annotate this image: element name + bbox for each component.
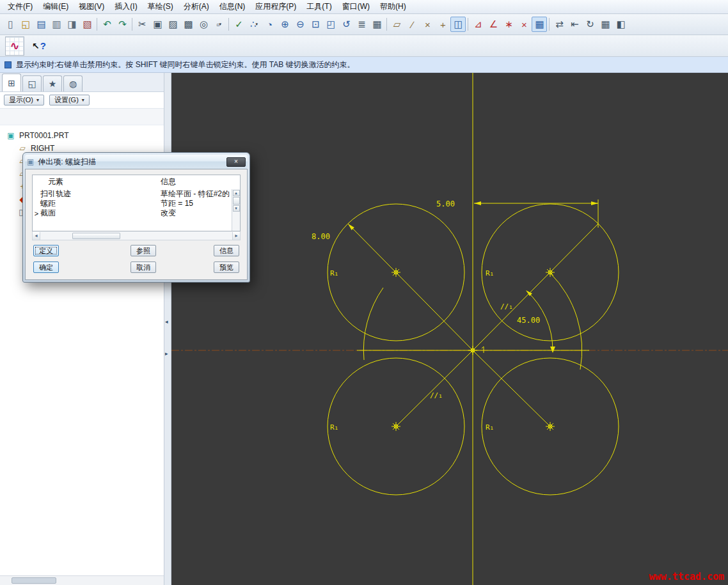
- grid-display-toggle-icon[interactable]: ∗: [501, 17, 516, 32]
- menu-analysis[interactable]: 分析(A): [178, 0, 214, 14]
- dim-display-toggle-icon[interactable]: ⊿: [470, 17, 486, 32]
- dialog-close-button[interactable]: ×: [226, 157, 246, 167]
- paste-icon[interactable]: ▨: [165, 17, 180, 32]
- constraint-display-toggle-icon[interactable]: ∠: [486, 17, 501, 32]
- tab-favorites[interactable]: ★: [43, 75, 62, 91]
- verify-icon[interactable]: ✓: [231, 17, 246, 32]
- dimension-8[interactable]: 8.00: [312, 224, 354, 241]
- scrollbar-thumb[interactable]: [233, 197, 240, 205]
- settings-dropdown-button[interactable]: 设置(G) ▾: [49, 95, 90, 105]
- zoom-window-icon[interactable]: ⊡: [308, 17, 323, 32]
- print-preview-icon[interactable]: ◨: [64, 17, 79, 32]
- section-shade-toggle-icon[interactable]: ▦: [532, 17, 547, 32]
- menu-help[interactable]: 帮助(H): [375, 0, 411, 14]
- info-button[interactable]: 信息: [214, 245, 239, 256]
- menu-file[interactable]: 文件(F): [3, 0, 38, 14]
- point-display-icon[interactable]: ∴▾: [246, 17, 262, 32]
- zoom-out-icon[interactable]: ⊖: [292, 17, 308, 32]
- snap-grid-icon[interactable]: ▦: [597, 17, 613, 32]
- parallel-constraint-label[interactable]: //₁: [500, 302, 513, 311]
- scrollbar-thumb[interactable]: [12, 577, 56, 584]
- menu-sketch[interactable]: 草绘(S): [143, 0, 178, 14]
- equal-radius-constraint-label[interactable]: R₁: [486, 269, 494, 277]
- graphics-area[interactable]: 5.00 8.00 45.00 R₁ R₁ R₁ R₁ //₁ //₁: [171, 73, 728, 585]
- element-row-trajectory[interactable]: 扫引轨迹草绘平面 - 特征#2的: [33, 189, 240, 199]
- redo-icon[interactable]: ↷: [115, 17, 130, 32]
- equal-radius-constraint-label[interactable]: R₁: [486, 423, 494, 432]
- open-folder-icon[interactable]: ◱: [18, 17, 33, 32]
- element-row-pitch[interactable]: 螺距节距 = 15: [33, 199, 240, 208]
- scroll-left-icon[interactable]: ◂: [33, 232, 40, 240]
- tab-model-tree[interactable]: ⊞: [2, 74, 21, 91]
- view-manager-icon[interactable]: ▦: [369, 17, 384, 32]
- new-file-icon[interactable]: ▯: [3, 17, 18, 32]
- cancel-button[interactable]: 取消: [131, 261, 156, 273]
- table-horizontal-scrollbar[interactable]: ◂ ▸: [32, 231, 241, 240]
- panel-splitter[interactable]: ◂ ▸: [164, 73, 171, 585]
- scroll-right-icon[interactable]: ▸: [232, 232, 240, 240]
- datum-point-toggle-icon[interactable]: ×: [420, 17, 435, 32]
- construction-arc-left[interactable]: [363, 288, 383, 360]
- dimension-5[interactable]: 5.00: [436, 199, 598, 228]
- center-point-marker[interactable]: [546, 422, 555, 431]
- scrollbar-thumb[interactable]: [72, 233, 120, 239]
- print-icon[interactable]: ▥: [49, 17, 64, 32]
- diagonal-line-top-left[interactable]: [348, 224, 473, 350]
- menu-applications[interactable]: 应用程序(P): [250, 0, 301, 14]
- diagonal-line-bottom-right[interactable]: [473, 350, 550, 426]
- datum-plane-toggle-icon[interactable]: ▱: [389, 17, 404, 32]
- zoom-in-icon[interactable]: ⊕: [277, 17, 292, 32]
- menu-insert[interactable]: 插入(I): [109, 0, 142, 14]
- expand-panel-arrow-icon[interactable]: ▸: [165, 350, 168, 357]
- center-point-marker[interactable]: [546, 268, 555, 277]
- dialog-title-bar[interactable]: ▣ 伸出项: 螺旋扫描 ×: [25, 155, 248, 169]
- element-row-section[interactable]: >截面改变: [33, 208, 240, 218]
- undo-icon[interactable]: ↶: [99, 17, 115, 32]
- display-filter-icon[interactable]: ◔: [262, 17, 277, 32]
- diagonal-line-top-right[interactable]: [473, 224, 598, 350]
- parallel-constraint-label[interactable]: //₁: [430, 391, 443, 400]
- define-button[interactable]: 定义: [33, 245, 59, 256]
- menu-view[interactable]: 视图(V): [74, 0, 109, 14]
- scroll-up-icon[interactable]: ▴: [233, 190, 240, 196]
- table-vertical-scrollbar[interactable]: ▴ ▾: [232, 189, 240, 231]
- model-display-toggle-icon[interactable]: ◫: [450, 17, 466, 32]
- refit-icon[interactable]: ◰: [323, 17, 338, 32]
- edge-clipped-icon[interactable]: ◧: [613, 17, 628, 32]
- ok-button[interactable]: 确定: [33, 261, 59, 273]
- save-icon[interactable]: ▤: [33, 17, 49, 32]
- csys-toggle-icon[interactable]: +: [435, 17, 450, 32]
- scroll-down-icon[interactable]: ▾: [233, 205, 240, 212]
- diagonal-line-bottom-left[interactable]: [396, 350, 473, 426]
- fit-window-icon[interactable]: ⇤: [567, 17, 582, 32]
- paste-special-icon[interactable]: ▩: [180, 17, 196, 32]
- menu-window[interactable]: 窗口(W): [337, 0, 375, 14]
- datum-axis-toggle-icon[interactable]: ∕: [404, 17, 420, 32]
- panel-scrollbar[interactable]: [0, 575, 164, 585]
- tab-folder-browser[interactable]: ◱: [22, 75, 42, 91]
- menu-tools[interactable]: 工具(T): [301, 0, 336, 14]
- layers-icon[interactable]: ≣: [354, 17, 369, 32]
- preview-button[interactable]: 预览: [214, 261, 239, 273]
- equal-radius-constraint-label[interactable]: R₁: [330, 269, 338, 277]
- sketcher-mode-icon[interactable]: ∿: [5, 36, 24, 56]
- menu-edit[interactable]: 编辑(E): [38, 0, 74, 14]
- tree-item-part[interactable]: ▣PRT0001.PRT: [1, 129, 162, 142]
- collapse-panel-arrow-icon[interactable]: ◂: [165, 318, 168, 325]
- cut-icon[interactable]: ✂: [134, 17, 150, 32]
- find-icon[interactable]: ◎: [196, 17, 211, 32]
- tab-history[interactable]: ◍: [63, 75, 83, 91]
- repaint-icon[interactable]: ↺: [338, 17, 354, 32]
- reorient-icon[interactable]: ↻: [582, 17, 597, 32]
- reference-button[interactable]: 参照: [131, 245, 156, 256]
- menu-info[interactable]: 信息(N): [214, 0, 251, 14]
- origin-point-marker[interactable]: [468, 346, 477, 355]
- center-point-marker[interactable]: [392, 268, 400, 277]
- construction-arc-right[interactable]: [550, 273, 582, 370]
- select-box-icon[interactable]: ▫▾: [211, 17, 226, 32]
- vertex-display-toggle-icon[interactable]: ×: [516, 17, 532, 32]
- window-swap-icon[interactable]: ⇄: [551, 17, 567, 32]
- copy-icon[interactable]: ▣: [150, 17, 165, 32]
- equal-radius-constraint-label[interactable]: R₁: [330, 423, 338, 432]
- delete-icon[interactable]: ▧: [79, 17, 95, 32]
